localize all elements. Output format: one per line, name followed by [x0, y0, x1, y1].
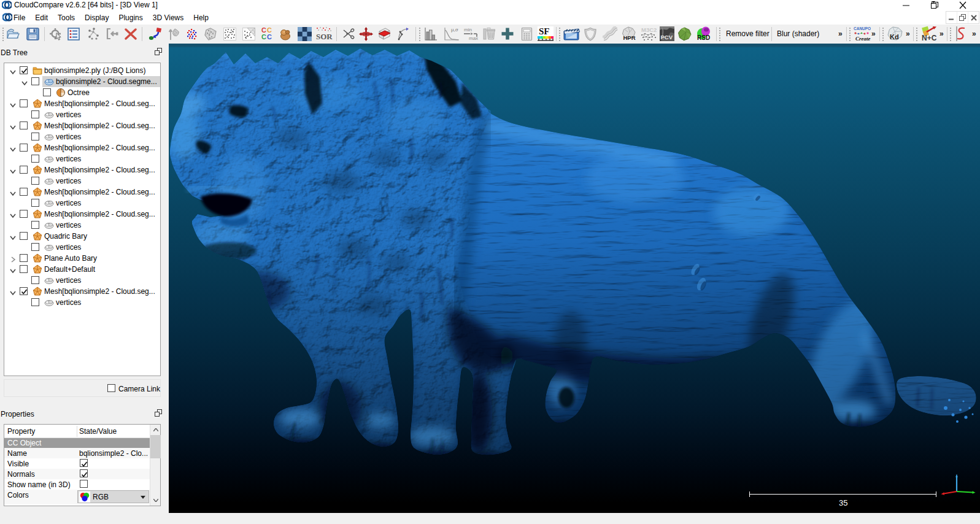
- toolbar-segment-button[interactable]: [341, 26, 355, 42]
- toolbar-texture-checker-button[interactable]: [297, 26, 312, 42]
- mdi-close-button[interactable]: [968, 12, 979, 23]
- tree-checkbox[interactable]: [20, 99, 28, 107]
- property-checkbox[interactable]: [80, 459, 88, 467]
- menu-item-plugins[interactable]: Plugins: [114, 11, 147, 25]
- tree-expand-arrow[interactable]: [9, 266, 17, 273]
- scroll-down-button[interactable]: [150, 495, 161, 506]
- tree-checkbox[interactable]: [31, 276, 39, 284]
- menu-item-edit[interactable]: Edit: [30, 11, 53, 25]
- tree-checkbox[interactable]: [43, 88, 51, 96]
- toolbar-compute-octree-button[interactable]: [184, 26, 199, 42]
- toolbar-pcv-button[interactable]: PCV: [659, 26, 675, 42]
- toolbar-overflow-chevron[interactable]: »: [906, 26, 910, 42]
- tree-expand-arrow[interactable]: [9, 166, 17, 174]
- toolbar-blur-shader-label[interactable]: Blur (shader): [777, 26, 819, 42]
- tree-item-19[interactable]: vertices: [4, 275, 160, 286]
- tree-item-21[interactable]: vertices: [4, 297, 160, 308]
- tree-item-11[interactable]: Mesh[bqlionsimple2 - Cloud.seg...: [4, 187, 160, 198]
- tree-item-12[interactable]: vertices: [4, 198, 160, 209]
- toolbar-minmax-button[interactable]: minmax: [462, 26, 479, 42]
- tree-expand-arrow[interactable]: [9, 255, 17, 262]
- toolbar-convex-hull-button[interactable]: [203, 26, 218, 42]
- tree-expand-arrow[interactable]: [9, 144, 17, 152]
- window-minimize-button[interactable]: [897, 0, 916, 10]
- camera-link-checkbox[interactable]: [107, 384, 115, 392]
- toolbar-cc-compare-button[interactable]: CCCC: [260, 26, 275, 42]
- tree-checkbox[interactable]: [20, 166, 28, 174]
- menu-item-tools[interactable]: Tools: [53, 11, 80, 25]
- toolbar-gaussian-filter-button[interactable]: µ,σ: [443, 26, 460, 42]
- tree-item-4[interactable]: vertices: [4, 109, 160, 120]
- properties-float-icon[interactable]: [155, 409, 162, 417]
- 3d-viewport[interactable]: 35: [169, 44, 980, 513]
- toolbar-canupo-create-button[interactable]: CANUPOCreate: [852, 26, 871, 42]
- toolbar-fit-polyline-button[interactable]: [396, 26, 411, 42]
- window-maximize-button[interactable]: [925, 0, 944, 10]
- tree-item-16[interactable]: vertices: [4, 242, 160, 253]
- tree-checkbox[interactable]: [20, 66, 28, 74]
- toolbar-delete-button[interactable]: [123, 26, 138, 42]
- toolbar-normals-plus-colors-button[interactable]: N+C: [918, 26, 938, 42]
- tree-item-10[interactable]: vertices: [4, 175, 160, 187]
- tree-checkbox[interactable]: [20, 121, 28, 129]
- tree-checkbox[interactable]: [20, 265, 28, 273]
- toolbar-clone-button[interactable]: [105, 26, 120, 42]
- menu-item-3d-views[interactable]: 3D Views: [148, 11, 188, 25]
- toolbar-pivot-button[interactable]: [358, 26, 373, 42]
- tree-expand-arrow[interactable]: [21, 78, 28, 85]
- toolbar-sample-points-button[interactable]: [222, 26, 237, 42]
- toolbar-kd-tree-button[interactable]: Kd: [885, 26, 904, 42]
- tree-checkbox[interactable]: [20, 210, 28, 218]
- tree-expand-arrow[interactable]: [9, 122, 17, 129]
- mdi-minimize-button[interactable]: [946, 12, 957, 23]
- toolbar-overflow-chevron[interactable]: »: [838, 26, 843, 42]
- tree-checkbox[interactable]: [20, 144, 28, 152]
- window-close-button[interactable]: [954, 0, 972, 10]
- toolbar-toggle-properties-button[interactable]: [66, 26, 81, 42]
- tree-item-8[interactable]: vertices: [4, 153, 160, 164]
- tree-checkbox[interactable]: [20, 188, 28, 196]
- menu-item-help[interactable]: Help: [188, 11, 214, 25]
- tree-item-13[interactable]: Mesh[bqlionsimple2 - Cloud.seg...: [4, 209, 160, 220]
- toolbar-point-picking-button[interactable]: [87, 26, 101, 42]
- scrollbar-thumb[interactable]: [150, 435, 161, 458]
- toolbar-pick-rotation-center-button[interactable]: [48, 26, 63, 42]
- toolbar-overflow-chevron[interactable]: »: [939, 26, 944, 42]
- toolbar-smooth-mesh-button[interactable]: [278, 26, 293, 42]
- tree-item-20[interactable]: Mesh[bqlionsimple2 - Cloud.seg...: [4, 286, 160, 297]
- tree-expand-arrow[interactable]: [9, 288, 17, 295]
- tree-item-0[interactable]: bqlionsimple2.ply (J:/BQ Lions): [4, 65, 160, 76]
- tree-item-1[interactable]: bqlionsimple2 - Cloud.segme...: [4, 76, 160, 87]
- tree-checkbox[interactable]: [31, 243, 39, 251]
- toolbar-add-scalar-field-button[interactable]: [500, 26, 515, 42]
- toolbar-show-scalar-field-button[interactable]: SF: [536, 26, 555, 42]
- tree-checkbox[interactable]: [20, 287, 28, 295]
- toolbar-hpr-button[interactable]: HPR: [620, 26, 637, 42]
- toolbar-m3c2-button[interactable]: M3C2: [639, 26, 658, 42]
- tree-expand-arrow[interactable]: [9, 67, 17, 74]
- toolbar-rsd-button[interactable]: RSD: [695, 26, 712, 42]
- properties-scrollbar[interactable]: [150, 425, 160, 506]
- toolbar-animation-button[interactable]: [563, 26, 581, 42]
- db-tree-float-icon[interactable]: [155, 48, 162, 55]
- toolbar-save-button[interactable]: [25, 26, 40, 42]
- tree-checkbox[interactable]: [31, 110, 39, 118]
- toolbar-sor-filter-button[interactable]: SOR: [315, 26, 333, 42]
- toolbar-facets-button[interactable]: [677, 26, 692, 42]
- toolbar-apply-transformation-button[interactable]: [148, 26, 163, 42]
- menu-item-file[interactable]: File: [9, 11, 30, 25]
- tree-item-17[interactable]: Plane Auto Bary: [4, 253, 160, 264]
- tree-checkbox[interactable]: [31, 199, 39, 207]
- toolbar-open-button[interactable]: [6, 26, 21, 42]
- property-checkbox[interactable]: [80, 480, 88, 488]
- tree-item-14[interactable]: vertices: [4, 220, 160, 231]
- tree-checkbox[interactable]: [20, 254, 28, 262]
- tree-item-18[interactable]: Default+Default: [4, 264, 160, 275]
- property-checkbox[interactable]: [80, 469, 88, 477]
- toolbar-cross-section-button[interactable]: [377, 26, 392, 42]
- tree-checkbox[interactable]: [31, 298, 39, 306]
- tree-item-7[interactable]: Mesh[bqlionsimple2 - Cloud.seg...: [4, 142, 160, 153]
- scroll-up-button[interactable]: [150, 425, 161, 435]
- tree-checkbox[interactable]: [31, 221, 39, 229]
- toolbar-subsample-button[interactable]: [166, 26, 181, 42]
